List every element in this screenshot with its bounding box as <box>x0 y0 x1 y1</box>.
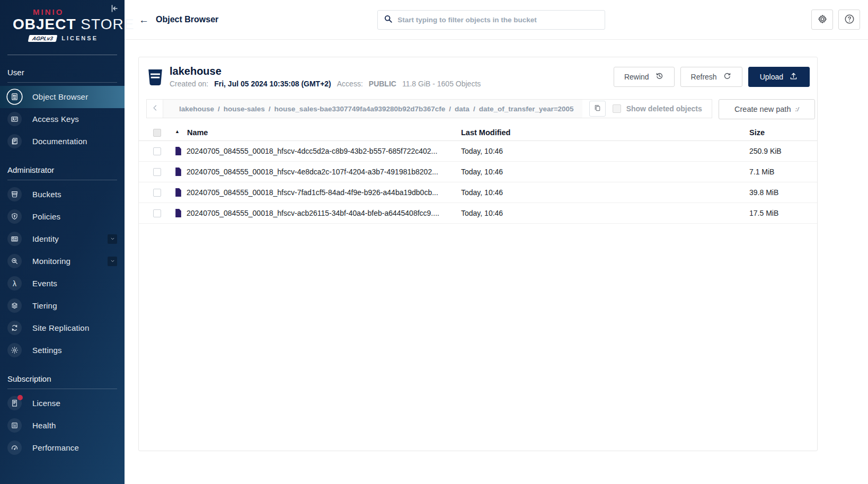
back-button[interactable]: ← <box>139 15 149 25</box>
sidebar-nav: UserObject BrowserAccess KeysDocumentati… <box>0 55 125 459</box>
bucket-info: lakehouse Created on: Fri, Jul 05 2024 1… <box>170 65 481 88</box>
rewind-icon <box>655 72 664 82</box>
health-icon <box>7 418 22 433</box>
sidebar-collapse-button[interactable] <box>109 3 119 14</box>
divider <box>7 180 117 180</box>
path-segment[interactable]: lakehouse <box>179 105 214 113</box>
help-button[interactable] <box>838 10 860 30</box>
collapse-icon <box>109 7 119 15</box>
copy-icon <box>594 104 601 113</box>
objects-table: ▲ Name Last Modified Size 20240705_08455… <box>139 125 817 224</box>
path-back-button[interactable] <box>147 100 163 118</box>
upload-button[interactable]: Upload <box>748 67 810 87</box>
object-name[interactable]: 20240705_084555_00018_hfscv-7fad1cf5-84a… <box>187 188 438 197</box>
object-modified: Today, 10:46 <box>461 188 749 197</box>
performance-icon <box>7 441 22 455</box>
table-body: 20240705_084555_00018_hfscv-4dcc5d2a-c8b… <box>139 141 817 224</box>
select-all-checkbox[interactable] <box>153 129 161 137</box>
sidebar-item-events[interactable]: λEvents <box>0 272 125 295</box>
page-title: Object Browser <box>156 15 218 24</box>
sidebar-section-user: User <box>0 55 125 82</box>
table-row[interactable]: 20240705_084555_00018_hfscv-7fad1cf5-84a… <box>139 182 817 203</box>
file-icon <box>175 188 182 197</box>
sidebar-item-object-browser[interactable]: Object Browser <box>0 86 125 108</box>
column-header-size[interactable]: Size <box>749 128 808 137</box>
row-checkbox[interactable] <box>153 168 161 176</box>
sidebar-item-tiering[interactable]: Tiering <box>0 295 125 317</box>
created-label: Created on: <box>170 80 208 88</box>
path-segment[interactable]: house_sales-bae3307749fa4a939280b92d7b36… <box>274 105 446 113</box>
object-name[interactable]: 20240705_084555_00018_hfscv-4e8dca2c-107… <box>187 168 438 176</box>
access-label: Access: <box>337 80 363 88</box>
sidebar-item-settings[interactable]: Settings <box>0 339 125 362</box>
bucket-usage: 11.8 GiB - 1605 Objects <box>402 80 481 88</box>
column-header-name[interactable]: Name <box>187 128 208 137</box>
minio-logo: MINIO OBJECT STORE AGPLv3 LICENSE <box>0 0 125 50</box>
path-segment[interactable]: data <box>455 105 470 113</box>
show-deleted-checkbox[interactable] <box>613 104 621 113</box>
minio-wordmark: MINIO <box>33 7 117 16</box>
object-size: 17.5 MiB <box>749 209 808 217</box>
table-row[interactable]: 20240705_084555_00018_hfscv-acb26115-34b… <box>139 203 817 224</box>
chevron-down-icon[interactable] <box>108 234 117 244</box>
sidebar-item-license[interactable]: License <box>0 392 125 415</box>
row-checkbox[interactable] <box>153 147 161 155</box>
upload-icon <box>789 72 798 82</box>
access-value: PUBLIC <box>369 80 396 88</box>
object-filter <box>377 10 605 30</box>
sidebar-item-monitoring[interactable]: Monitoring <box>0 250 125 272</box>
bucket-panel: lakehouse Created on: Fri, Jul 05 2024 1… <box>138 57 818 451</box>
sidebar-section-subscription: Subscription <box>0 362 125 389</box>
sidebar-item-buckets[interactable]: Buckets <box>0 183 125 206</box>
search-input[interactable] <box>397 16 599 24</box>
policies-icon <box>7 209 22 224</box>
sidebar-item-performance[interactable]: Performance <box>0 437 125 459</box>
row-checkbox[interactable] <box>153 209 161 217</box>
sidebar-item-access-keys[interactable]: Access Keys <box>0 108 125 130</box>
breadcrumb: lakehouse/house-sales/house_sales-bae330… <box>163 100 582 118</box>
gear-icon <box>817 14 828 26</box>
sidebar-item-site-replication[interactable]: Site Replication <box>0 317 125 339</box>
sidebar-item-identity[interactable]: Identity <box>0 228 125 250</box>
refresh-button[interactable]: Refresh <box>680 67 742 87</box>
settings-button[interactable] <box>811 10 833 30</box>
bucket-header: lakehouse Created on: Fri, Jul 05 2024 1… <box>139 57 817 94</box>
events-icon: λ <box>7 276 22 291</box>
sidebar-item-policies[interactable]: Policies <box>0 206 125 228</box>
row-checkbox[interactable] <box>153 189 161 197</box>
bucket-name: lakehouse <box>170 65 481 77</box>
help-icon <box>844 14 855 26</box>
license-icon <box>7 396 22 410</box>
sidebar-item-documentation[interactable]: Documentation <box>0 130 125 153</box>
object-size: 7.1 MiB <box>749 168 808 176</box>
show-deleted-toggle[interactable]: Show deleted objects <box>613 104 712 113</box>
create-new-path-button[interactable]: Create new path :/ <box>719 99 815 119</box>
object-size: 39.8 MiB <box>749 188 808 197</box>
main-area: ← Object Browser lakehouse <box>125 0 868 484</box>
tiering-icon <box>7 298 22 313</box>
object-modified: Today, 10:46 <box>461 168 749 176</box>
path-separator: / <box>269 105 271 113</box>
documentation-icon <box>7 134 22 148</box>
site-replication-icon <box>7 321 22 335</box>
object-name[interactable]: 20240705_084555_00018_hfscv-4dcc5d2a-c8b… <box>187 147 437 155</box>
path-segment[interactable]: date_of_transfer_year=2005 <box>479 105 574 113</box>
path-separator: / <box>218 105 220 113</box>
divider <box>7 389 117 389</box>
sort-asc-icon[interactable]: ▲ <box>175 129 180 134</box>
sidebar-item-health[interactable]: Health <box>0 415 125 437</box>
bucket-icon <box>148 69 163 86</box>
path-segment[interactable]: house-sales <box>224 105 265 113</box>
rewind-button[interactable]: Rewind <box>614 67 675 87</box>
table-row[interactable]: 20240705_084555_00018_hfscv-4e8dca2c-107… <box>139 162 817 182</box>
copy-path-button[interactable] <box>589 101 606 117</box>
access-keys-icon <box>7 112 22 126</box>
identity-icon <box>7 232 22 246</box>
file-icon <box>175 209 182 217</box>
chevron-down-icon[interactable] <box>108 257 117 266</box>
notification-dot <box>17 395 23 400</box>
created-value: Fri, Jul 05 2024 10:35:08 (GMT+2) <box>214 80 331 88</box>
object-name[interactable]: 20240705_084555_00018_hfscv-acb26115-34b… <box>187 209 439 217</box>
column-header-modified[interactable]: Last Modified <box>461 128 749 137</box>
table-row[interactable]: 20240705_084555_00018_hfscv-4dcc5d2a-c8b… <box>139 141 817 162</box>
